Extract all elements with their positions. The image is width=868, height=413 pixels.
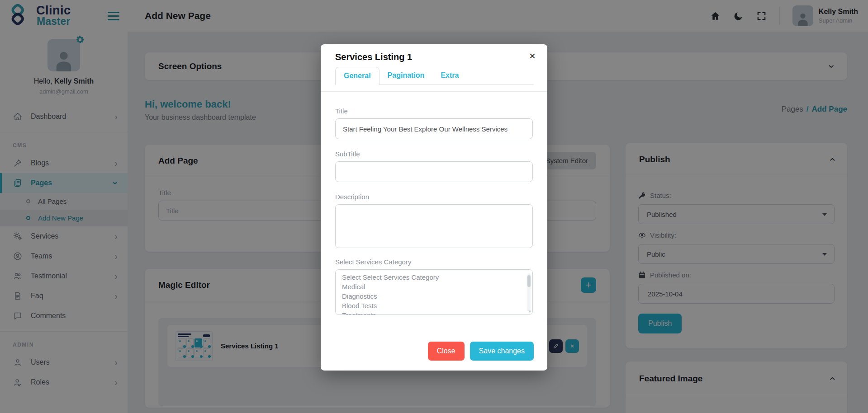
modal-header: Services Listing 1 × General Pagination … [321,44,547,92]
category-option[interactable]: Diagnostics [336,291,532,301]
modal-footer: Close Save changes [428,342,534,361]
modal-save-button[interactable]: Save changes [470,342,534,361]
modal-close-button[interactable]: Close [428,342,465,361]
category-option[interactable]: Medical [336,282,532,291]
tab-extra[interactable]: Extra [432,67,467,84]
modal-body: Title SubTitle Description Select Servic… [321,92,547,315]
category-option[interactable]: Select Select Services Category [336,272,532,282]
services-listing-modal: Services Listing 1 × General Pagination … [321,44,547,371]
category-option[interactable]: Treatments [336,310,532,315]
scrollbar-thumb[interactable] [527,275,531,287]
modal-description-label: Description [335,193,533,201]
modal-subtitle-input[interactable] [335,161,533,182]
modal-subtitle-label: SubTitle [335,150,533,158]
scroll-down-arrow-icon: ▾ [528,309,531,314]
modal-description-textarea[interactable] [335,204,533,248]
modal-title: Services Listing 1 [335,52,534,62]
close-icon[interactable]: × [529,51,536,61]
tab-pagination[interactable]: Pagination [379,67,433,84]
category-option[interactable]: Blood Tests [336,301,532,310]
tab-general[interactable]: General [335,67,379,85]
modal-title-input[interactable] [335,118,533,139]
modal-category-label: Select Services Category [335,258,533,266]
modal-title-label: Title [335,107,533,115]
modal-tabs: General Pagination Extra [335,67,534,85]
services-category-multiselect[interactable]: Select Select Services Category Medical … [335,269,533,315]
